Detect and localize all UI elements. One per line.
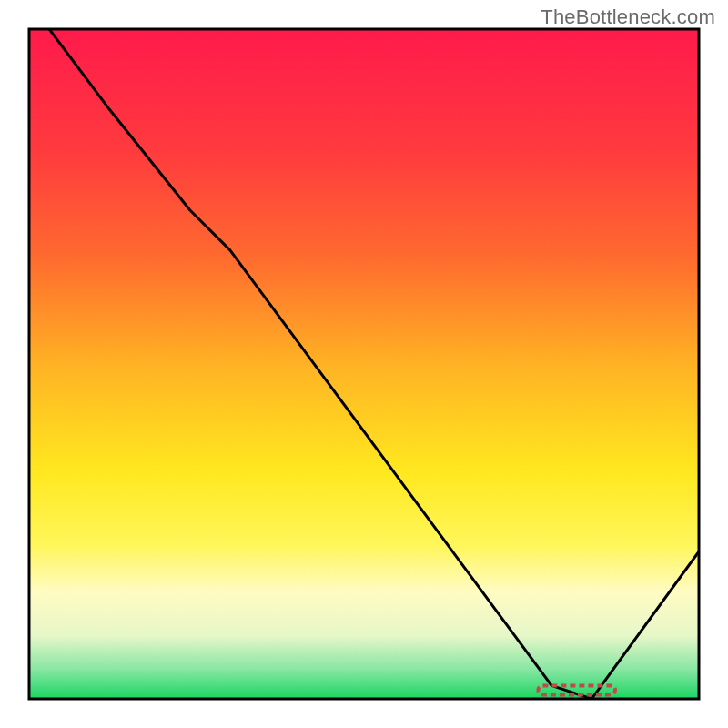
plot-area (29, 29, 699, 699)
watermark-text: TheBottleneck.com (541, 5, 715, 29)
gradient-background (29, 29, 699, 699)
chart-svg (0, 0, 728, 728)
chart-container: TheBottleneck.com (0, 0, 728, 728)
